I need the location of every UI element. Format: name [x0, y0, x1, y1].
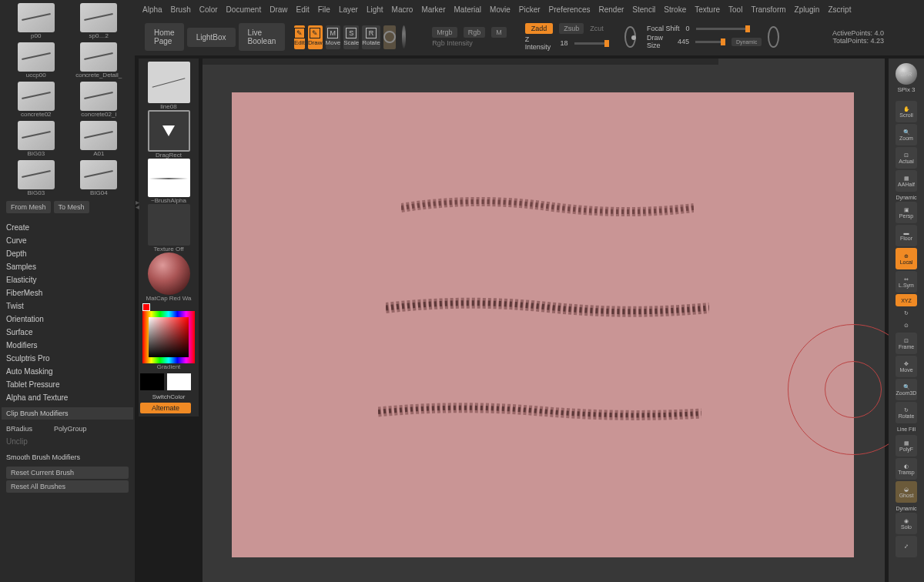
polyframe-button[interactable]: ▦PolyF: [896, 435, 917, 457]
actual-button[interactable]: ⊡Actual: [896, 147, 917, 169]
axis-z-button[interactable]: ⊙: [896, 320, 917, 331]
zoom3d-button[interactable]: 🔍Zoom3D: [896, 379, 917, 400]
menu-macro[interactable]: Macro: [392, 5, 413, 14]
transp-button[interactable]: ◐Transp: [896, 458, 917, 480]
dynamic-toggle[interactable]: Dynamic: [732, 38, 762, 46]
menu-draw[interactable]: Draw: [270, 5, 287, 14]
menu-render[interactable]: Render: [599, 5, 624, 14]
aahalf-button[interactable]: ▦AAHalf: [896, 170, 917, 192]
menu-tool[interactable]: Tool: [728, 5, 742, 14]
brush-thumb[interactable]: BIG03: [6, 121, 66, 157]
polygroup[interactable]: PolyGroup: [54, 425, 87, 433]
bradius[interactable]: BRadius: [6, 425, 32, 433]
brush-thumb[interactable]: BIG03: [6, 160, 66, 196]
menu-material[interactable]: Material: [454, 5, 482, 14]
scroll-button[interactable]: ✋Scroll: [896, 101, 917, 122]
current-color-swatch[interactable]: [142, 303, 150, 311]
draw-size-slider[interactable]: [695, 41, 725, 43]
menu-create[interactable]: Create: [6, 221, 129, 234]
m-toggle[interactable]: M: [491, 27, 507, 38]
menu-twist[interactable]: Twist: [6, 299, 129, 313]
brush-thumb[interactable]: concrete02_i: [69, 82, 129, 118]
canvas[interactable]: [232, 92, 854, 557]
zoom-button[interactable]: 🔍Zoom: [896, 124, 917, 146]
home-button[interactable]: Home Page: [145, 23, 184, 51]
panel-divider[interactable]: ▸◂: [136, 200, 140, 231]
menu-texture[interactable]: Texture: [695, 5, 720, 14]
floor-button[interactable]: ▬Floor: [896, 225, 917, 246]
menu-color[interactable]: Color: [199, 5, 218, 14]
local-button[interactable]: ⊕Local: [896, 248, 917, 269]
material-selector[interactable]: MatCap Red Wa: [140, 253, 197, 302]
menu-layer[interactable]: Layer: [339, 5, 358, 14]
color-picker[interactable]: [142, 311, 195, 363]
menu-light[interactable]: Light: [367, 5, 383, 14]
menu-edit[interactable]: Edit: [296, 5, 310, 14]
menu-alpha[interactable]: Alpha and Texture: [6, 391, 129, 404]
from-mesh-button[interactable]: From Mesh: [6, 201, 51, 213]
menu-transform[interactable]: Transform: [751, 5, 785, 14]
clip-brush-title[interactable]: Clip Brush Modifiers: [2, 407, 133, 420]
rotate-view-button[interactable]: ↻Rotate: [896, 402, 917, 423]
reset-all-button[interactable]: Reset All Brushes: [6, 480, 129, 493]
black-swatch[interactable]: [140, 373, 164, 390]
focal-shift-slider[interactable]: [696, 28, 750, 30]
linefill-label[interactable]: Line Fill: [897, 426, 916, 432]
dial-icon-2[interactable]: [768, 26, 779, 48]
spix-label[interactable]: SPix 3: [897, 86, 915, 93]
menu-brush[interactable]: Brush: [171, 5, 191, 14]
material-sphere[interactable]: [402, 25, 406, 48]
brushalpha-selector[interactable]: ~BrushAlpha: [140, 159, 197, 204]
axis-y-button[interactable]: ↻: [896, 308, 917, 319]
edit-button[interactable]: ✎Edit: [294, 25, 305, 49]
white-swatch[interactable]: [167, 373, 191, 390]
gradient-label[interactable]: Gradient: [157, 363, 181, 370]
brush-thumb[interactable]: BIG04: [69, 160, 129, 196]
menu-preferences[interactable]: Preferences: [549, 5, 591, 14]
to-mesh-button[interactable]: To Mesh: [54, 201, 89, 213]
gizmo-button[interactable]: [383, 25, 396, 49]
mrgb-toggle[interactable]: Mrgb: [432, 27, 457, 38]
menu-elasticity[interactable]: Elasticity: [6, 273, 129, 286]
menu-curve[interactable]: Curve: [6, 234, 129, 247]
brush-thumb[interactable]: concrete02: [6, 82, 66, 118]
frame-button[interactable]: ⊡Frame: [896, 333, 917, 354]
dial-icon[interactable]: [624, 26, 636, 48]
liveboolean-button[interactable]: Live Boolean: [239, 23, 286, 51]
unclip[interactable]: Unclip: [6, 435, 129, 448]
menu-sculptris[interactable]: Sculptris Pro: [6, 352, 129, 365]
menu-alpha[interactable]: Alpha: [142, 5, 162, 14]
xyz-button[interactable]: XYZ: [896, 294, 917, 306]
menu-zscript[interactable]: Zscript: [828, 5, 851, 14]
menu-fibermesh[interactable]: FiberMesh: [6, 286, 129, 299]
menu-picker[interactable]: Picker: [519, 5, 541, 14]
brush-thumb[interactable]: A01: [69, 121, 129, 157]
menu-tablet[interactable]: Tablet Pressure: [6, 378, 129, 391]
scale-button[interactable]: SScale: [343, 25, 359, 49]
zadd-toggle[interactable]: Zadd: [525, 23, 554, 34]
menu-marker[interactable]: Marker: [421, 5, 445, 14]
menu-depth[interactable]: Depth: [6, 247, 129, 260]
rgb-toggle[interactable]: Rgb: [464, 27, 486, 38]
zsub-toggle[interactable]: Zsub: [559, 23, 584, 34]
menu-stroke[interactable]: Stroke: [664, 5, 686, 14]
menu-zplugin[interactable]: Zplugin: [795, 5, 820, 14]
ghost-button[interactable]: ◒Ghost: [896, 481, 917, 503]
rotate-button[interactable]: RRotate: [362, 25, 380, 49]
menu-document[interactable]: Document: [226, 5, 262, 14]
menu-modifiers[interactable]: Modifiers: [6, 339, 129, 352]
zintensity-slider[interactable]: [574, 42, 610, 45]
persp-button[interactable]: ▣Persp: [896, 202, 917, 223]
zcut-toggle[interactable]: Zcut: [590, 25, 604, 32]
move-view-button[interactable]: ✥Move: [896, 356, 917, 377]
menu-movie[interactable]: Movie: [490, 5, 511, 14]
menu-file[interactable]: File: [318, 5, 330, 14]
lsym-button[interactable]: ⇔L.Sym: [896, 271, 917, 293]
alternate-button[interactable]: Alternate: [140, 403, 191, 413]
reset-current-button[interactable]: Reset Current Brush: [6, 467, 129, 479]
menu-samples[interactable]: Samples: [6, 260, 129, 273]
stroke-selector[interactable]: DragRect: [140, 110, 197, 159]
viewport-scrollbar[interactable]: [203, 59, 718, 65]
menu-automask[interactable]: Auto Masking: [6, 365, 129, 378]
brush-thumb[interactable]: sp0…2: [69, 3, 129, 39]
